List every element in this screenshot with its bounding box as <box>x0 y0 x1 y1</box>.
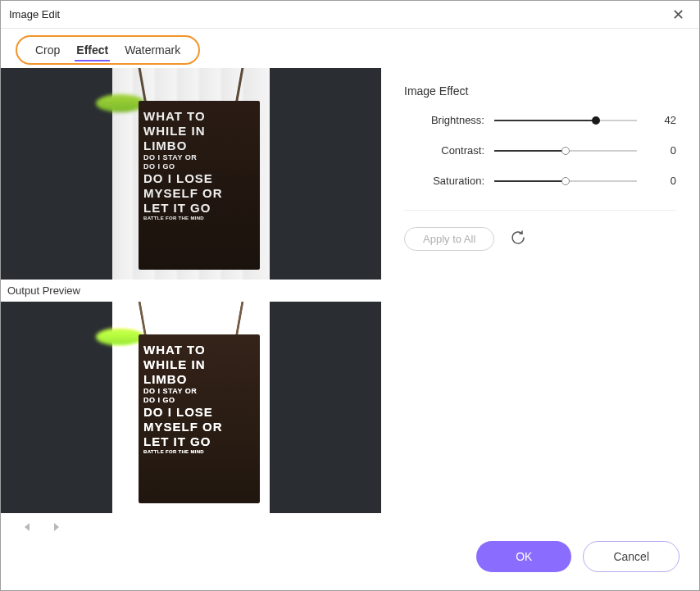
saturation-label: Saturation: <box>404 175 494 187</box>
contrast-row: Contrast: 0 <box>404 144 676 157</box>
close-icon[interactable]: ✕ <box>667 2 689 27</box>
apply-to-all-button[interactable]: Apply to All <box>404 227 494 251</box>
tab-watermark[interactable]: Watermark <box>116 42 189 58</box>
contrast-value: 0 <box>637 144 676 157</box>
board-sign: WHAT TO WHILE IN LIMBO DO I STAY OR DO I… <box>139 101 260 270</box>
cancel-button[interactable]: Cancel <box>583 541 680 572</box>
image-edit-window: Image Edit ✕ Crop Effect Watermark WHAT … <box>0 0 700 591</box>
tab-effect[interactable]: Effect <box>68 42 116 58</box>
preview-column: WHAT TO WHILE IN LIMBO DO I STAY OR DO I… <box>1 68 381 590</box>
contrast-label: Contrast: <box>404 144 494 157</box>
reset-icon[interactable] <box>511 230 525 248</box>
separator <box>404 210 676 211</box>
brightness-value: 42 <box>637 114 676 126</box>
tabs-row: Crop Effect Watermark <box>1 29 699 68</box>
output-preview-label: Output Preview <box>1 280 381 302</box>
brightness-row: Brightness: 42 <box>404 114 676 126</box>
saturation-value: 0 <box>637 175 676 187</box>
ok-button[interactable]: OK <box>476 541 571 572</box>
tab-crop[interactable]: Crop <box>27 42 68 58</box>
original-preview: WHAT TO WHILE IN LIMBO DO I STAY OR DO I… <box>1 68 381 280</box>
effect-panel: Image Effect Brightness: 42 Contrast: <box>381 68 699 590</box>
saturation-row: Saturation: 0 <box>404 175 676 187</box>
titlebar: Image Edit ✕ <box>1 1 699 29</box>
brightness-slider[interactable] <box>494 115 637 126</box>
contrast-slider[interactable] <box>494 145 637 157</box>
panel-title: Image Effect <box>404 84 676 98</box>
footer: OK Cancel <box>1 530 699 590</box>
content-area: WHAT TO WHILE IN LIMBO DO I STAY OR DO I… <box>1 68 699 590</box>
saturation-slider[interactable] <box>494 175 637 187</box>
tabs-highlight-annotation: Crop Effect Watermark <box>16 35 200 65</box>
window-title: Image Edit <box>9 8 60 20</box>
board-sign-output: WHAT TO WHILE IN LIMBO DO I STAY OR DO I… <box>139 334 260 503</box>
brightness-label: Brightness: <box>404 114 494 126</box>
output-preview: WHAT TO WHILE IN LIMBO DO I STAY OR DO I… <box>1 302 381 513</box>
